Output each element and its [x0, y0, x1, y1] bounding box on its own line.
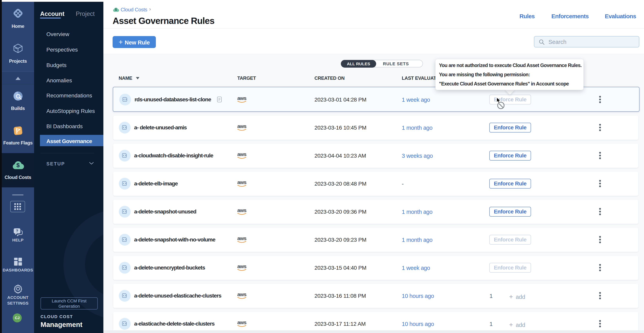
- svg-text:$: $: [16, 162, 20, 168]
- svg-text:$: $: [115, 8, 117, 12]
- svg-text:?: ?: [16, 229, 18, 233]
